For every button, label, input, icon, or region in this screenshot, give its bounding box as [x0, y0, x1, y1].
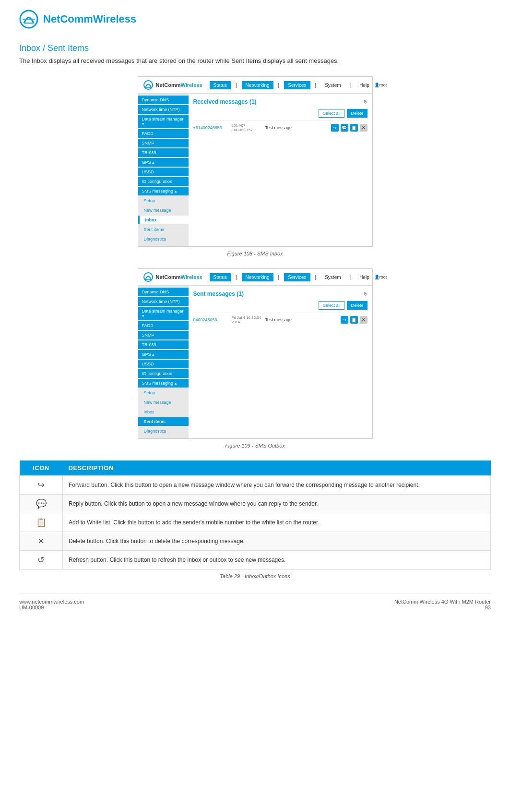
sidebar-sentitems-2[interactable]: Sent items — [138, 417, 189, 426]
delete-icon-msg-2[interactable]: ✕ — [360, 316, 368, 324]
user-icon-1: 👤 — [374, 83, 380, 87]
scr-main-1: Received messages (1) ↻ Select all Delet… — [189, 94, 372, 246]
nav-logo-text-1: NetCommWireless — [156, 82, 202, 88]
nav-username-2: root — [380, 275, 387, 279]
nav-user-1: 👤 root — [374, 83, 387, 87]
scr-body-1: Dynamic DNS Network time (NTP) Data stre… — [138, 94, 372, 246]
sidebar-snmp-2[interactable]: SNMP — [138, 331, 189, 339]
whitelist-icon-msg-2[interactable]: 📋 — [350, 316, 358, 324]
nav-user-2: 👤 root — [374, 275, 387, 279]
sidebar-ntp-1[interactable]: Network time (NTP) — [138, 105, 189, 114]
user-icon-2: 👤 — [374, 275, 380, 279]
delete-btn-2[interactable]: Delete — [347, 301, 367, 310]
nav-help-1[interactable]: Help — [356, 81, 373, 89]
nav-logo-icon-2 — [143, 272, 154, 282]
nav-status-1[interactable]: Status — [210, 81, 231, 89]
msg-number-2: 0400245053 — [193, 317, 232, 322]
msg-text-2: Test message — [265, 317, 341, 322]
msg-text-1: Test message — [265, 125, 331, 130]
nav-sep-2b: | — [274, 273, 284, 281]
nav-logo-text-2: NetCommWireless — [156, 274, 202, 280]
icon-table: ICON DESCRIPTION ↪Forward button. Click … — [19, 461, 491, 570]
sidebar-setup-1[interactable]: Setup — [138, 196, 189, 205]
msg-actions-1: Select all Delete — [193, 109, 368, 118]
nav-system-2[interactable]: System — [321, 273, 344, 281]
sidebar-inbox-2[interactable]: Inbox — [138, 408, 189, 416]
footer-website: www.netcommwireless.com — [19, 599, 84, 605]
nav-services-1[interactable]: Services — [284, 81, 310, 89]
refresh-btn-2[interactable]: ↻ — [364, 291, 368, 297]
sidebar-diagnostics-2[interactable]: Diagnostics — [138, 427, 189, 436]
sidebar-snmp-1[interactable]: SNMP — [138, 139, 189, 147]
sidebar-gps-1[interactable]: GPS — [138, 158, 189, 167]
nav-sep-2a: | — [232, 273, 241, 281]
sidebar-inbox-1[interactable]: Inbox — [138, 216, 189, 224]
sidebar-2: Dynamic DNS Network time (NTP) Data stre… — [138, 286, 189, 438]
reply-icon-msg-1[interactable]: 💬 — [341, 124, 348, 132]
select-all-btn-1[interactable]: Select all — [319, 109, 345, 118]
nav-networking-2[interactable]: Networking — [242, 273, 273, 281]
nav-logo-2: NetCommWireless — [143, 272, 202, 282]
sidebar-newmsg-2[interactable]: New message — [138, 398, 189, 407]
sidebar-sms-2[interactable]: SMS messaging — [138, 379, 189, 388]
sidebar-dynamic-dns-1[interactable]: Dynamic DNS — [138, 96, 189, 104]
table-desc-4: Refresh button. Click this button to ref… — [63, 551, 491, 570]
nav-system-1[interactable]: System — [321, 81, 344, 89]
sidebar-data-stream-2[interactable]: Data stream manager — [138, 307, 189, 320]
sidebar-sentitems-1[interactable]: Sent items — [138, 225, 189, 234]
scr-body-2: Dynamic DNS Network time (NTP) Data stre… — [138, 286, 372, 438]
nav-help-2[interactable]: Help — [356, 273, 373, 281]
sidebar-padd-1[interactable]: PADD — [138, 129, 189, 138]
table-header-icon: ICON — [20, 461, 63, 476]
table-row: ↪Forward button. Click this button to op… — [20, 476, 491, 495]
forward-icon-msg-1[interactable]: ↪ — [331, 124, 339, 132]
sidebar-tr069-1[interactable]: TR-069 — [138, 148, 189, 157]
table-desc-3: Delete button. Click this button to dele… — [63, 532, 491, 551]
sidebar-setup-2[interactable]: Setup — [138, 388, 189, 397]
nav-bar-1: NetCommWireless Status | Networking | Se… — [138, 77, 372, 94]
nav-status-2[interactable]: Status — [210, 273, 231, 281]
sidebar-padd-2[interactable]: PADD — [138, 321, 189, 330]
whitelist-icon-msg-1[interactable]: 📋 — [350, 124, 358, 132]
section-title: Inbox / Sent Items — [19, 43, 491, 53]
sidebar-dynamic-dns-2[interactable]: Dynamic DNS — [138, 288, 189, 296]
page-footer: www.netcommwireless.com UM-00009 NetComm… — [19, 594, 491, 610]
footer-right: NetComm Wireless 4G WiFi M2M Router 93 — [394, 599, 491, 610]
scr-main-2: Sent messages (1) ↻ Select all Delete 04… — [189, 286, 372, 438]
nav-services-2[interactable]: Services — [284, 273, 310, 281]
delete-icon-msg-1[interactable]: ✕ — [360, 124, 368, 132]
table-row: ✕Delete button. Click this button to del… — [20, 532, 491, 551]
sidebar-ussd-2[interactable]: USSD — [138, 360, 189, 368]
nav-logo-1: NetCommWireless — [143, 80, 202, 90]
sidebar-data-stream-1[interactable]: Data stream manager — [138, 115, 189, 128]
sidebar-io-1[interactable]: IO configuration — [138, 177, 189, 186]
msg-icons-2: ↪ 📋 ✕ — [341, 316, 368, 324]
reply-icon: 💬 — [20, 495, 63, 513]
sidebar-ntp-2[interactable]: Network time (NTP) — [138, 297, 189, 306]
screenshot-inbox: NetCommWireless Status | Networking | Se… — [138, 76, 373, 247]
sidebar-diagnostics-1[interactable]: Diagnostics — [138, 235, 189, 243]
nav-sep-2c: | — [311, 273, 320, 281]
sidebar-tr069-2[interactable]: TR-069 — [138, 340, 189, 349]
sidebar-ussd-1[interactable]: USSD — [138, 168, 189, 176]
sidebar-newmsg-1[interactable]: New message — [138, 206, 189, 215]
nav-logo-icon-1 — [143, 80, 154, 90]
delete-btn-1[interactable]: Delete — [347, 109, 367, 118]
sidebar-sms-1[interactable]: SMS messaging — [138, 187, 189, 195]
sidebar-gps-2[interactable]: GPS — [138, 350, 189, 359]
sidebar-io-2[interactable]: IO configuration — [138, 369, 189, 378]
logo-area: NetCommWireless — [19, 10, 491, 29]
svg-point-5 — [144, 273, 153, 281]
table-caption: Table 29 - Inbox/Outbox Icons — [19, 573, 491, 579]
msg-number-1: +61400245653 — [193, 125, 232, 130]
nav-networking-1[interactable]: Networking — [242, 81, 273, 89]
refresh-btn-1[interactable]: ↻ — [364, 99, 368, 105]
nav-sep-1b: | — [274, 81, 284, 89]
table-desc-0: Forward button. Click this button to ope… — [63, 476, 491, 495]
forward-icon-msg-2[interactable]: ↪ — [341, 316, 348, 324]
select-all-btn-2[interactable]: Select all — [319, 301, 345, 310]
inbox-title: Received messages (1) — [193, 98, 257, 105]
refresh-icon: ↺ — [20, 551, 63, 570]
nav-links-1: Status | Networking | Services | System … — [210, 81, 374, 89]
figure-caption-1: Figure 108 - SMS Inbox — [19, 251, 491, 256]
